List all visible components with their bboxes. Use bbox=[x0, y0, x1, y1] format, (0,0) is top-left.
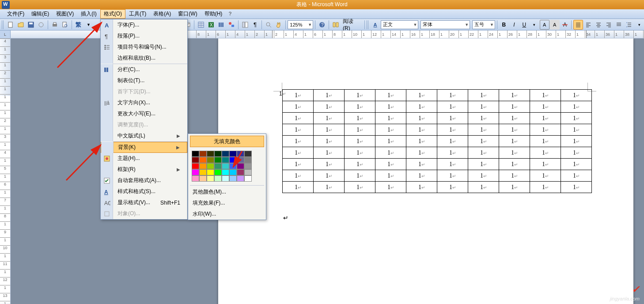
table-cell[interactable]: 1↵ bbox=[314, 170, 345, 182]
book-icon[interactable] bbox=[331, 20, 341, 30]
table-cell[interactable]: 1↵ bbox=[345, 101, 375, 113]
table-cell[interactable]: 1↵ bbox=[468, 113, 499, 124]
color-swatch[interactable] bbox=[192, 163, 199, 169]
table-button[interactable] bbox=[196, 20, 206, 30]
columns-button[interactable] bbox=[216, 20, 226, 30]
table-cell[interactable]: 1↵ bbox=[561, 113, 592, 124]
color-swatch[interactable] bbox=[192, 151, 199, 157]
table-cell[interactable]: 1↵ bbox=[406, 113, 437, 124]
table-cell[interactable]: 1↵ bbox=[561, 159, 592, 170]
table-cell[interactable]: 1↵ bbox=[283, 159, 314, 170]
table-cell[interactable]: 1↵ bbox=[406, 147, 437, 159]
table-cell[interactable]: 1↵ bbox=[530, 101, 561, 113]
strike-button[interactable]: A bbox=[560, 20, 570, 30]
table-cell[interactable]: 1↵ bbox=[530, 136, 561, 147]
zoom-combo[interactable]: 125%▼ bbox=[288, 20, 313, 29]
fill-effects-item[interactable]: 填充效果(F)... bbox=[188, 198, 266, 209]
format-menu-item-18[interactable]: Aʘ显示格式(V)...Shift+F1 bbox=[101, 197, 187, 208]
underline-button[interactable]: U bbox=[519, 20, 529, 30]
table-cell[interactable]: 1↵ bbox=[375, 159, 406, 170]
format-menu-item-15[interactable]: 框架(R)▶ bbox=[101, 164, 187, 175]
border-a-button[interactable]: A bbox=[540, 20, 549, 30]
color-swatch[interactable] bbox=[229, 175, 237, 182]
table-cell[interactable]: 1↵ bbox=[468, 147, 499, 159]
table-cell[interactable]: 1↵ bbox=[314, 113, 345, 124]
table-cell[interactable]: 1↵ bbox=[561, 101, 592, 113]
table-cell[interactable]: 1↵ bbox=[314, 147, 345, 159]
table-cell[interactable]: 1↵ bbox=[345, 124, 375, 136]
table-cell[interactable]: 1↵ bbox=[345, 170, 375, 182]
permission-button[interactable] bbox=[36, 20, 46, 30]
help-icon[interactable]: ？ bbox=[227, 10, 233, 18]
table-cell[interactable]: 1↵ bbox=[437, 124, 468, 136]
table-cell[interactable]: 1↵ bbox=[499, 182, 530, 193]
color-swatch[interactable] bbox=[214, 175, 222, 182]
color-swatch[interactable] bbox=[192, 157, 199, 163]
read-mode-label[interactable]: 阅读(R) bbox=[341, 18, 363, 31]
table-cell[interactable]: 1↵ bbox=[314, 136, 345, 147]
hand-button[interactable] bbox=[274, 20, 284, 30]
table-cell[interactable]: 1↵ bbox=[283, 136, 314, 147]
table-cell[interactable]: 1↵ bbox=[283, 101, 314, 113]
table-cell[interactable]: 1↵ bbox=[468, 101, 499, 113]
watermark-item[interactable]: 水印(W)... bbox=[188, 209, 266, 220]
help-button[interactable]: ? bbox=[317, 20, 327, 30]
table-cell[interactable]: 1↵ bbox=[375, 147, 406, 159]
table-cell[interactable]: 1↵ bbox=[561, 170, 592, 182]
table-cell[interactable]: 1↵ bbox=[468, 170, 499, 182]
color-swatch[interactable] bbox=[207, 175, 214, 182]
table-cell[interactable]: 1↵ bbox=[314, 101, 345, 113]
table-cell[interactable]: 1↵ bbox=[437, 101, 468, 113]
new-button[interactable] bbox=[6, 20, 15, 30]
table-cell[interactable]: 1↵ bbox=[375, 90, 406, 101]
more-colors-item[interactable]: 其他颜色(M)... bbox=[188, 186, 266, 198]
table-cell[interactable]: 1↵ bbox=[345, 159, 375, 170]
table-cell[interactable]: 1↵ bbox=[499, 90, 530, 101]
table-cell[interactable]: 1↵ bbox=[437, 170, 468, 182]
color-swatch[interactable] bbox=[244, 175, 252, 182]
table-cell[interactable]: 1↵ bbox=[345, 182, 375, 193]
table-cell[interactable]: 1↵ bbox=[406, 182, 437, 193]
bold-button[interactable]: B bbox=[499, 20, 509, 30]
format-menu-item-7[interactable]: 首字下沉(D)... bbox=[101, 86, 187, 97]
toolbar-grip-2[interactable] bbox=[367, 20, 369, 29]
table-cell[interactable]: 1↵ bbox=[437, 159, 468, 170]
table-cell[interactable]: 1↵ bbox=[530, 170, 561, 182]
color-swatch[interactable] bbox=[199, 157, 207, 163]
table-cell[interactable]: 1↵ bbox=[468, 124, 499, 136]
table-cell[interactable]: 1↵ bbox=[468, 182, 499, 193]
color-swatch[interactable] bbox=[199, 175, 207, 182]
table-cell[interactable]: 1↵ bbox=[345, 147, 375, 159]
table-cell[interactable]: 1↵ bbox=[561, 147, 592, 159]
format-menu-item-13[interactable]: 背景(K)▶ bbox=[101, 142, 187, 153]
doc-map-button[interactable] bbox=[240, 20, 250, 30]
menu-insert[interactable]: 插入(I) bbox=[77, 9, 100, 19]
table-cell[interactable]: 1↵ bbox=[437, 90, 468, 101]
table-cell[interactable]: 1↵ bbox=[499, 124, 530, 136]
table-cell[interactable]: 1↵ bbox=[375, 113, 406, 124]
align-center-button[interactable] bbox=[594, 20, 603, 30]
format-menu-item-8[interactable]: ||å文字方向(X)... bbox=[101, 97, 187, 108]
table-cell[interactable]: 1↵ bbox=[499, 170, 530, 182]
table-cell[interactable]: 1↵ bbox=[345, 113, 375, 124]
drawing-button[interactable] bbox=[227, 20, 236, 30]
table-cell[interactable]: 1↵ bbox=[530, 182, 561, 193]
menu-view[interactable]: 视图(V) bbox=[53, 9, 77, 19]
italic-button[interactable]: I bbox=[509, 20, 519, 30]
align-left-button[interactable] bbox=[583, 20, 593, 30]
table-cell[interactable]: 1↵ bbox=[345, 136, 375, 147]
style-combo[interactable]: 正文▼ bbox=[381, 20, 419, 29]
color-swatch[interactable] bbox=[199, 169, 207, 175]
table-cell[interactable]: 1↵ bbox=[437, 147, 468, 159]
table-cell[interactable]: 1↵ bbox=[406, 136, 437, 147]
dropdown-icon[interactable]: ▾ bbox=[530, 20, 539, 30]
table-cell[interactable]: 1↵ bbox=[375, 182, 406, 193]
table-cell[interactable]: 1↵ bbox=[283, 113, 314, 124]
toolbar-grip[interactable] bbox=[2, 20, 4, 29]
table-cell[interactable]: 1↵ bbox=[283, 182, 314, 193]
color-swatch[interactable] bbox=[192, 169, 199, 175]
table-cell[interactable]: 1↵ bbox=[406, 124, 437, 136]
line-spacing-button[interactable] bbox=[624, 20, 634, 30]
table-cell[interactable]: 1↵ bbox=[561, 136, 592, 147]
vertical-ruler[interactable]: 4131211111213141516171819110111112113114… bbox=[0, 38, 11, 304]
